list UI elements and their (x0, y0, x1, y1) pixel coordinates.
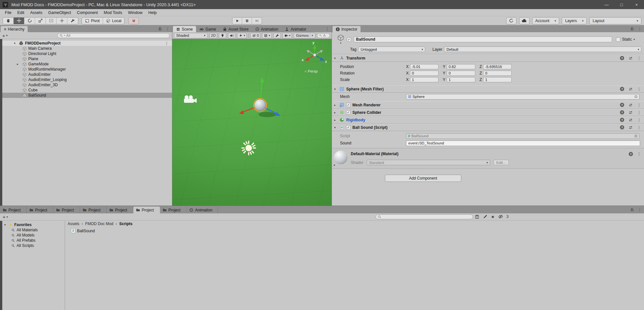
tab-project-active[interactable]: Project (133, 207, 160, 213)
layer-dropdown[interactable]: Default▾ (444, 47, 641, 52)
rect-tool-button[interactable] (46, 18, 57, 24)
local-toggle-button[interactable]: Local (103, 18, 125, 24)
foldout-closed-icon[interactable]: ▸ (334, 111, 337, 114)
layers-dropdown[interactable]: Layers▾ (562, 17, 587, 24)
object-picker-icon[interactable]: ⊙ (634, 94, 637, 99)
transform-tool-button[interactable] (57, 18, 67, 24)
maximize-icon[interactable]: □ (614, 0, 629, 9)
rigidbody-header[interactable]: ▸ Rigidbody ? ⋮ (332, 116, 644, 124)
menu-help[interactable]: Help (145, 9, 160, 16)
kebab-menu-icon[interactable]: ⋮ (637, 56, 641, 61)
grid-visibility-dropdown[interactable]: ▾ (262, 33, 272, 38)
tab-project[interactable]: Project (0, 207, 27, 213)
kebab-menu-icon[interactable]: ⋮ (325, 27, 329, 31)
tab-animator[interactable]: Animator (282, 26, 309, 32)
kebab-menu-icon[interactable]: ⋮ (637, 110, 641, 115)
tab-project[interactable]: Project (27, 207, 53, 213)
foldout-closed-icon[interactable]: ▸ (334, 103, 337, 107)
list-item[interactable]: Cube (2, 88, 172, 93)
help-icon[interactable]: ? (620, 103, 624, 107)
project-search-input[interactable] (375, 214, 473, 219)
chevron-down-icon[interactable]: ▾ (7, 215, 8, 219)
chevron-down-icon[interactable]: ▾ (289, 34, 291, 37)
list-item[interactable]: All Models (0, 233, 65, 238)
kebab-menu-icon[interactable]: ⋮ (166, 27, 170, 31)
menu-mod-tools[interactable]: Mod Tools (101, 9, 125, 16)
list-item[interactable]: AudioEmitter (2, 72, 172, 77)
presets-icon[interactable] (628, 118, 633, 122)
list-item[interactable]: All Materials (0, 227, 65, 233)
list-item[interactable]: Main Camera (2, 46, 172, 51)
gameobject-name-field[interactable]: BallSound (354, 36, 612, 42)
scale-z-field[interactable]: 1 (483, 77, 512, 82)
tab-asset-store[interactable]: Asset Store (219, 26, 252, 32)
foldout-closed-icon[interactable]: ▸ (334, 163, 337, 167)
menu-file[interactable]: File (2, 9, 14, 16)
scene-root-row[interactable]: ▾ FMODDemoProject ⋮ (2, 41, 172, 46)
presets-icon[interactable] (628, 110, 633, 115)
add-component-button[interactable]: Add Component (385, 175, 461, 182)
foldout-open-icon[interactable]: ▾ (334, 88, 337, 91)
kebab-menu-icon[interactable]: ⋮ (638, 208, 642, 212)
kebab-menu-icon[interactable]: ⋮ (638, 27, 642, 31)
presets-icon[interactable] (628, 56, 633, 61)
help-icon[interactable]: ? (629, 152, 633, 156)
mesh-object-field[interactable]: ⊞ Sphere ⊙ (406, 94, 639, 100)
breadcrumb-assets[interactable]: Assets (68, 222, 79, 226)
camera-settings-dropdown[interactable]: ▾ (283, 33, 292, 38)
shading-mode-dropdown[interactable]: Shaded▾ (174, 33, 208, 38)
effects-toggle[interactable]: ▾ (237, 33, 247, 38)
list-item[interactable]: Directional Light (2, 51, 172, 56)
menu-edit[interactable]: Edit (14, 9, 27, 16)
help-icon[interactable]: ? (620, 118, 624, 122)
component-checkbox[interactable]: ✓ (346, 125, 350, 129)
active-checkbox[interactable]: ✓ (347, 37, 351, 42)
2d-toggle[interactable]: 2D (209, 33, 217, 38)
orientation-gizmo[interactable]: y x z (302, 41, 327, 63)
sound-input[interactable]: event:/3D_TestSound (406, 141, 640, 146)
breadcrumb-fmod-doc-mod[interactable]: FMOD Doc Mod (85, 222, 113, 226)
kebab-menu-icon[interactable]: ⋮ (637, 125, 641, 130)
material-preview-sphere[interactable] (334, 151, 348, 164)
help-icon[interactable]: ? (620, 56, 624, 60)
tab-scene[interactable]: Scene (173, 26, 196, 32)
tab-project[interactable]: Project (160, 207, 187, 213)
persp-label[interactable]: Persp (308, 69, 318, 73)
search-by-label-icon[interactable] (483, 214, 488, 219)
rotate-tool-button[interactable] (24, 18, 35, 24)
list-item-selected[interactable]: BallSound (2, 93, 172, 98)
rotation-z-field[interactable]: 0 (483, 71, 512, 76)
add-icon[interactable]: + (3, 214, 6, 219)
camera-gizmo-icon[interactable] (184, 95, 197, 103)
search-by-type-icon[interactable] (475, 214, 480, 219)
tab-inspector[interactable]: i Inspector (333, 26, 361, 32)
grid-snap-button[interactable] (128, 17, 139, 24)
tab-hierarchy[interactable]: ≡ Hierarchy (1, 26, 28, 32)
custom-tool-button[interactable] (67, 18, 78, 24)
help-icon[interactable]: ? (620, 87, 624, 91)
lighting-toggle[interactable] (219, 33, 226, 38)
chevron-down-icon[interactable]: ▾ (340, 42, 341, 45)
presets-icon[interactable] (628, 87, 633, 91)
asset-item-ballsound[interactable]: # BallSound (65, 228, 644, 233)
lock-icon[interactable] (630, 27, 634, 31)
scale-x-field[interactable]: 1 (410, 77, 439, 82)
script-object-field[interactable]: # BallSound ⊙ (406, 133, 639, 139)
list-item[interactable]: Plane (2, 56, 172, 61)
scene-viewport[interactable]: y x z < Persp (172, 39, 332, 206)
shader-dropdown[interactable]: Standard▾ (367, 160, 490, 165)
component-checkbox[interactable]: ✓ (346, 103, 350, 107)
step-button[interactable] (252, 18, 262, 24)
hidden-objects-toggle[interactable]: 0 (250, 33, 260, 38)
tab-animation[interactable]: Animation (252, 26, 282, 32)
list-item[interactable]: ▸GameMode (2, 61, 172, 67)
position-x-field[interactable]: -5.01 (410, 64, 439, 69)
tab-animation[interactable]: Animation (187, 207, 218, 213)
close-icon[interactable]: × (629, 0, 644, 9)
minimize-icon[interactable]: — (599, 0, 614, 9)
edit-shader-button[interactable]: Edit... (493, 160, 509, 165)
audio-toggle[interactable] (228, 33, 235, 38)
kebab-menu-icon[interactable]: ⋮ (637, 87, 641, 91)
sphere-collider-header[interactable]: ▸ ✓ Sphere Collider ? ⋮ (332, 109, 644, 116)
position-y-field[interactable]: 0.82 (447, 64, 475, 69)
